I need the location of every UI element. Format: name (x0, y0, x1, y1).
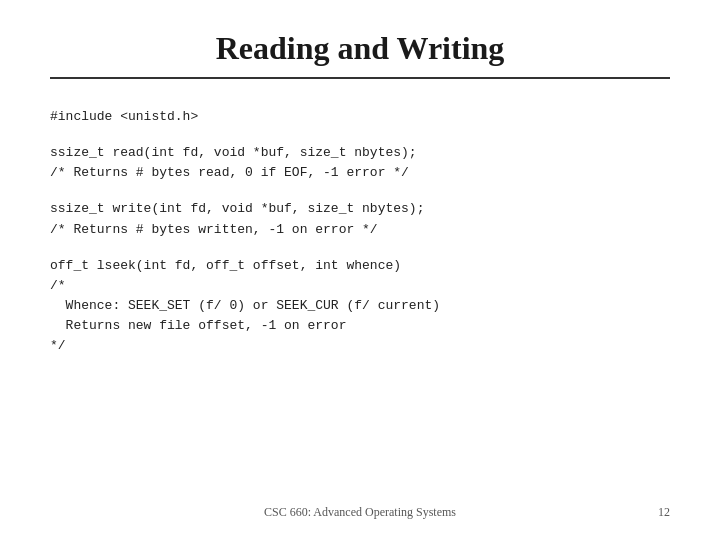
footer-course: CSC 660: Advanced Operating Systems (264, 505, 456, 520)
slide-title: Reading and Writing (50, 30, 670, 79)
code-read: ssize_t read(int fd, void *buf, size_t n… (50, 143, 670, 183)
slide: Reading and Writing #include <unistd.h> … (0, 0, 720, 540)
code-lseek: off_t lseek(int fd, off_t offset, int wh… (50, 256, 670, 357)
code-write: ssize_t write(int fd, void *buf, size_t … (50, 199, 670, 239)
code-include: #include <unistd.h> (50, 107, 670, 127)
slide-footer: CSC 660: Advanced Operating Systems 12 (50, 497, 670, 520)
slide-content: #include <unistd.h> ssize_t read(int fd,… (50, 89, 670, 497)
footer-page: 12 (658, 505, 670, 520)
